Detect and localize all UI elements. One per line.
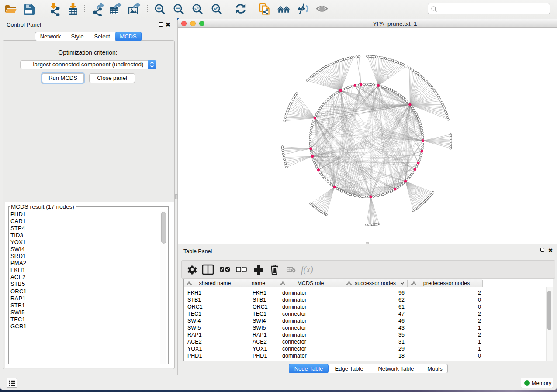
svg-text:f(x): f(x) (301, 265, 313, 275)
